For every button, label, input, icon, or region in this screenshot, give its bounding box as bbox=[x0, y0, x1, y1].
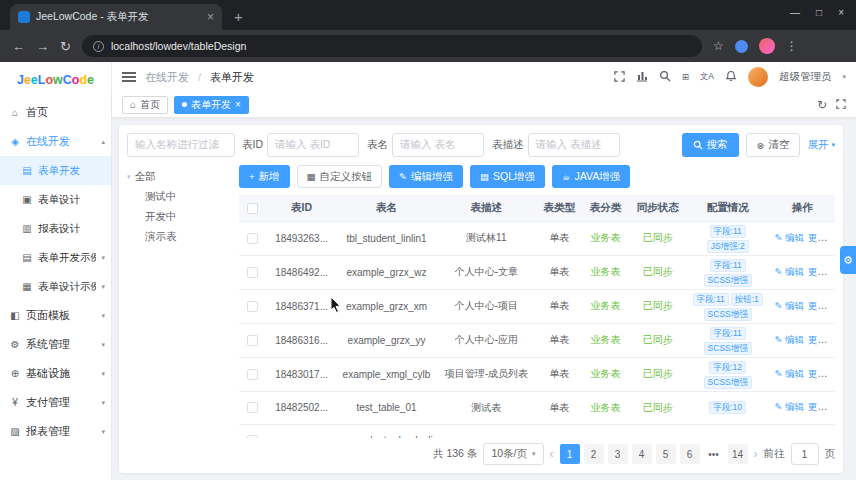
window-close-icon[interactable]: × bbox=[838, 7, 844, 18]
refresh-page-icon[interactable]: ↻ bbox=[817, 98, 827, 112]
sidebar-item-report[interactable]: ▨报表管理▾ bbox=[0, 417, 111, 446]
sidebar-item-form-design-example[interactable]: ▦表单设计示例▾ bbox=[0, 272, 111, 301]
tree-node-developing[interactable]: 开发中 bbox=[127, 207, 229, 227]
cell-table-name: example_grzx_yy bbox=[337, 323, 435, 357]
refresh-icon[interactable]: ↻ bbox=[60, 39, 71, 54]
hamburger-icon[interactable] bbox=[122, 72, 136, 82]
sidebar-item-report-design[interactable]: ▥报表设计 bbox=[0, 214, 111, 243]
row-checkbox[interactable] bbox=[247, 369, 258, 380]
sidebar-item-system[interactable]: ⚙系统管理▾ bbox=[0, 330, 111, 359]
select-all-checkbox[interactable] bbox=[247, 203, 258, 214]
row-checkbox[interactable] bbox=[247, 402, 258, 413]
expand-filters-toggle[interactable]: 展开 ▾ bbox=[807, 138, 835, 152]
sidebar-item-label: 表单开发示例 bbox=[38, 251, 96, 265]
edit-link[interactable]: ✎ 编辑 bbox=[774, 266, 804, 277]
close-icon[interactable]: × bbox=[235, 99, 241, 110]
toolbar-button-sql-enhance[interactable]: ▤SQL增强 bbox=[470, 165, 545, 188]
sidebar-item-home[interactable]: ⌂首页 bbox=[0, 98, 111, 127]
pager-page-5[interactable]: 5 bbox=[656, 444, 676, 464]
translate-icon[interactable]: 文A bbox=[700, 71, 714, 83]
tree-node-label: 全部 bbox=[135, 170, 156, 184]
sidebar-item-form-dev[interactable]: ▤表单开发 bbox=[0, 156, 111, 185]
bell-icon[interactable] bbox=[725, 70, 737, 84]
tree-node-demo[interactable]: 演示表 bbox=[127, 227, 229, 247]
table-row: 18482502...test_table_01测试表单表业务表已同步字段:10… bbox=[239, 391, 835, 424]
edit-link[interactable]: ✎ 编辑 bbox=[774, 232, 804, 243]
pager-page-6[interactable]: 6 bbox=[680, 444, 700, 464]
new-tab-button[interactable]: + bbox=[234, 8, 243, 25]
bookmark-star-icon[interactable]: ☆ bbox=[713, 39, 724, 53]
cell-sync-status: 已同步 bbox=[629, 289, 686, 323]
tree-node-all[interactable]: ▾全部 bbox=[127, 167, 229, 187]
edit-link[interactable]: ✎ 编辑 bbox=[774, 368, 804, 379]
expand-view-icon[interactable] bbox=[836, 98, 846, 112]
search-button[interactable]: 搜索 bbox=[682, 133, 739, 157]
more-link[interactable]: 更多 ▾ bbox=[808, 401, 833, 412]
tree-node-testing[interactable]: 测试中 bbox=[127, 187, 229, 207]
toolbar-button-custom-button[interactable]: ▦自定义按钮 bbox=[297, 165, 382, 188]
info-icon[interactable]: i bbox=[93, 41, 104, 52]
more-link[interactable]: 更多 ▾ bbox=[808, 232, 833, 243]
settings-gear-button[interactable]: ⚙ bbox=[840, 246, 856, 274]
close-icon[interactable]: × bbox=[207, 10, 214, 24]
pager-page-2[interactable]: 2 bbox=[584, 444, 604, 464]
goto-page-input[interactable]: 1 bbox=[791, 443, 819, 465]
tree-filter-input[interactable]: 输入名称进行过滤 bbox=[127, 133, 235, 157]
more-link[interactable]: 更多 ▾ bbox=[808, 300, 833, 311]
page-tab-home[interactable]: ⌂首页 bbox=[122, 96, 168, 114]
chevron-down-icon[interactable]: ▾ bbox=[842, 73, 846, 81]
more-link[interactable]: 更多 ▾ bbox=[808, 368, 833, 379]
address-bar[interactable]: i localhost/lowdev/tableDesign bbox=[82, 35, 702, 57]
pager-ellipsis[interactable]: ••• bbox=[704, 444, 724, 464]
toolbar-button-add[interactable]: +新增 bbox=[239, 165, 290, 188]
sidebar-item-infra[interactable]: ⊕基础设施▾ bbox=[0, 359, 111, 388]
pager-page-3[interactable]: 3 bbox=[608, 444, 628, 464]
forward-icon[interactable]: → bbox=[36, 39, 49, 54]
back-icon[interactable]: ← bbox=[12, 39, 25, 54]
filter-input-table-id[interactable]: 请输入 表ID bbox=[267, 133, 359, 157]
cell-sync-status: 已同步 bbox=[629, 391, 686, 424]
fullscreen-icon[interactable] bbox=[614, 71, 625, 84]
next-page-icon[interactable]: › bbox=[754, 447, 758, 461]
minimize-icon[interactable]: — bbox=[790, 7, 800, 18]
toolbar-button-java-enhance[interactable]: ☕JAVA增强 bbox=[552, 165, 630, 188]
row-checkbox[interactable] bbox=[247, 267, 258, 278]
prev-page-icon[interactable]: ‹ bbox=[550, 447, 554, 461]
sidebar-item-online-dev[interactable]: ◈在线开发▴ bbox=[0, 127, 111, 156]
more-link[interactable]: 更多 ▾ bbox=[808, 266, 833, 277]
search-icon[interactable] bbox=[659, 70, 671, 84]
grid-icon[interactable]: ⊞ bbox=[682, 72, 689, 82]
app-logo[interactable]: JeeLowCode bbox=[0, 62, 111, 98]
toolbar-button-edit-enhance[interactable]: ✎编辑增强 bbox=[389, 165, 463, 188]
page-tab-form-dev[interactable]: 表单开发× bbox=[174, 96, 249, 114]
filter-input-table-name[interactable]: 请输入 表名 bbox=[392, 133, 484, 157]
filter-input-table-desc[interactable]: 请输入 表描述 bbox=[528, 133, 620, 157]
chart-icon[interactable] bbox=[636, 70, 648, 84]
edit-link[interactable]: ✎ 编辑 bbox=[774, 401, 804, 412]
sidebar-item-form-design[interactable]: ▣表单设计 bbox=[0, 185, 111, 214]
clear-button[interactable]: ⊗ 清空 bbox=[746, 133, 801, 157]
edit-link[interactable]: ✎ 编辑 bbox=[774, 334, 804, 345]
extension-icon[interactable] bbox=[735, 40, 748, 53]
sidebar-item-label: 表单设计 bbox=[38, 193, 80, 207]
pager-page-1[interactable]: 1 bbox=[560, 444, 580, 464]
config-tags: 字段:12SCSS增强 bbox=[689, 360, 766, 389]
browser-profile-avatar[interactable] bbox=[759, 38, 775, 54]
row-checkbox[interactable] bbox=[247, 301, 258, 312]
page-size-select[interactable]: 10条/页 ▾ bbox=[483, 443, 543, 465]
maximize-icon[interactable]: □ bbox=[816, 7, 822, 18]
browser-tab[interactable]: JeeLowCode - 表单开发 × bbox=[10, 4, 222, 30]
user-avatar[interactable] bbox=[748, 67, 768, 87]
logo-letter: d bbox=[79, 73, 87, 87]
browser-menu-icon[interactable]: ⋮ bbox=[786, 39, 798, 53]
pager-page-4[interactable]: 4 bbox=[632, 444, 652, 464]
pager-page-14[interactable]: 14 bbox=[728, 444, 748, 464]
row-checkbox[interactable] bbox=[247, 233, 258, 244]
row-checkbox[interactable] bbox=[247, 335, 258, 346]
sidebar-item-form-dev-example[interactable]: ▤表单开发示例▾ bbox=[0, 243, 111, 272]
more-link[interactable]: 更多 ▾ bbox=[808, 334, 833, 345]
cell-table-id: 18486316... bbox=[266, 323, 338, 357]
sidebar-item-page-template[interactable]: ◧页面模板▾ bbox=[0, 301, 111, 330]
sidebar-item-pay[interactable]: ¥支付管理▾ bbox=[0, 388, 111, 417]
edit-link[interactable]: ✎ 编辑 bbox=[774, 300, 804, 311]
